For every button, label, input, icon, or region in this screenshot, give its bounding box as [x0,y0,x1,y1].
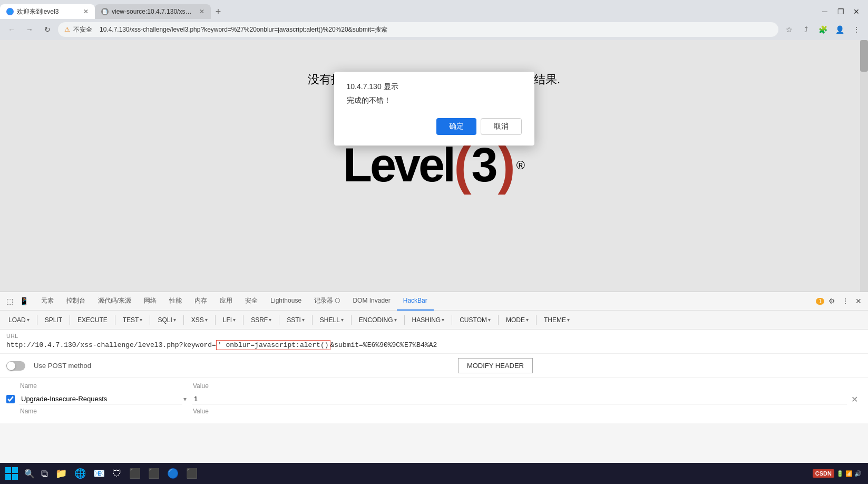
hackbar-url-highlighted: ' onblur=javascript:alert() [216,340,330,350]
tab-favicon-1: 🌐 [6,8,14,15]
hackbar-split-button[interactable]: SPLIT [41,315,66,325]
bookmark-star-icon[interactable]: ☆ [782,22,796,37]
taskbar-sys-icons: 🔋 📶 🔊 [836,470,862,477]
header-name-input-1[interactable] [19,394,182,404]
devtools-tab-console[interactable]: 控制台 [60,292,92,311]
devtools-tab-memory[interactable]: 内存 [188,292,213,311]
new-tab-button[interactable]: + [211,4,226,19]
header-row-2-labels: Name Value [6,408,862,416]
name-col-label: Name [19,382,188,390]
hackbar-ssti-button[interactable]: SSTI ▾ [282,315,309,325]
hackbar-execute-button[interactable]: EXECUTE [73,315,112,325]
refresh-button[interactable]: ↻ [40,22,55,37]
back-button[interactable]: ← [4,22,19,37]
address-input[interactable]: ⚠ 不安全 10.4.7.130/xss-challenge/level3.ph… [58,22,778,37]
header-name-cell: ▾ [19,394,188,404]
forward-button[interactable]: → [22,22,37,37]
devtools-more-icon[interactable]: ⋮ [840,295,851,307]
csdn-badge: CSDN [813,469,834,478]
hackbar-shell-button[interactable]: SHELL ▾ [316,315,348,325]
taskbar-vscode[interactable]: ⬛ [183,464,201,482]
header-value-label-2: Value [192,408,862,416]
separator-14 [536,315,537,325]
device-icon[interactable]: 📱 [17,295,31,307]
taskbar-orange-app[interactable]: ⬛ [126,464,144,482]
tab-title-2: view-source:10.4.7.130/xss-ch... [112,8,194,15]
devtools-close-icon[interactable]: ✕ [853,295,864,307]
profile-icon[interactable]: 👤 [832,22,847,37]
extensions-icon[interactable]: 🧩 [815,22,830,37]
devtools-right-controls: 1 ⚙ ⋮ ✕ [816,295,864,307]
taskbar-purple-app[interactable]: ⬛ [145,464,163,482]
modify-header-button[interactable]: MODIFY HEADER [458,358,533,373]
address-url: 10.4.7.130/xss-challenge/level3.php?keyw… [100,25,387,34]
devtools-tab-hackbar[interactable]: HackBar [397,292,434,311]
share-icon[interactable]: ⤴ [798,22,813,37]
separator-8 [279,315,279,325]
header-name-label: Name [19,382,188,391]
value-col-label: Value [192,382,862,390]
alert-confirm-button[interactable]: 确定 [436,118,476,135]
restore-button[interactable]: ❐ [833,4,848,19]
devtools-tab-sources[interactable]: 源代码/来源 [92,292,138,311]
menu-icon[interactable]: ⋮ [849,22,864,37]
header-delete-button-1[interactable]: ✕ [851,394,858,404]
devtools-tab-application[interactable]: 应用 [213,292,239,311]
header-row-1: ▾ ✕ [6,394,862,404]
tab-active[interactable]: 🌐 欢迎来到level3 ✕ [0,4,95,19]
devtools-tab-elements[interactable]: 元素 [35,292,60,311]
devtools-tab-dominvader[interactable]: DOM Invader [346,292,396,311]
devtools-tab-network[interactable]: 网络 [138,292,163,311]
devtools-tab-recorder[interactable]: 记录器 ⬡ [308,292,346,311]
header-table-area: Name Value ▾ ✕ Name [0,378,868,423]
toolbar-icons: ☆ ⤴ 🧩 👤 ⋮ [782,22,864,37]
devtools-tab-security[interactable]: 安全 [239,292,264,311]
hackbar-load-button[interactable]: LOAD ▾ [4,315,34,325]
header-value-label: Value [192,382,862,391]
hackbar-xss-button[interactable]: XSS ▾ [187,315,212,325]
hackbar-hashing-button[interactable]: HASHING ▾ [408,315,449,325]
taskbar-search-button[interactable]: 🔍 [22,466,37,481]
hackbar-url-after: &submit=%E6%90%9C%E7%B4%A2 [330,341,437,349]
header-value-cell [192,394,847,404]
devtools-tab-lighthouse[interactable]: Lighthouse [264,292,308,311]
minimize-button[interactable]: ─ [817,4,832,19]
taskbar-start-button[interactable] [2,464,21,483]
tab-close-1[interactable]: ✕ [83,8,89,15]
taskbar-mail[interactable]: 📧 [90,464,108,482]
hackbar-sqli-button[interactable]: SQLI ▾ [153,315,180,325]
hackbar-lfi-button[interactable]: LFI ▾ [219,315,240,325]
taskbar-task-view[interactable]: ⧉ [38,464,51,482]
tab-inactive[interactable]: 📄 view-source:10.4.7.130/xss-ch... ✕ [95,4,211,19]
hackbar-url-line[interactable]: http://10.4.7.130/xss-challenge/level3.p… [6,340,862,350]
post-toggle[interactable] [6,361,25,371]
devtools-tab-performance[interactable]: 性能 [163,292,188,311]
alert-cancel-button[interactable]: 取消 [481,118,522,135]
hackbar-mode-button[interactable]: MODE ▾ [502,315,533,325]
hackbar-test-button[interactable]: TEST ▾ [119,315,147,325]
taskbar-shield[interactable]: 🛡 [109,464,125,482]
devtools-tab-bar: ⬚ 📱 元素 控制台 源代码/来源 网络 性能 内存 应用 安全 Lightho… [0,292,868,311]
tab-close-2[interactable]: ✕ [199,8,204,15]
alert-message: 完成的不错！ [347,96,522,105]
taskbar-file-explorer[interactable]: 📁 [52,464,70,482]
devtools-icons: ⬚ 📱 [4,295,31,307]
hackbar-encoding-button[interactable]: ENCODING ▾ [355,315,401,325]
devtools-settings-icon[interactable]: ⚙ [826,295,837,307]
tab-title-1: 欢迎来到level3 [17,7,78,16]
separator-11 [404,315,405,325]
taskbar-edge[interactable]: 🌐 [71,464,89,482]
hackbar-custom-button[interactable]: CUSTOM ▾ [455,315,495,325]
hackbar-ssrf-button[interactable]: SSRF ▾ [247,315,276,325]
header-value-input-1[interactable] [192,394,847,404]
header-checkbox-1[interactable] [6,395,15,403]
taskbar-blue-app[interactable]: 🔵 [164,464,182,482]
devtools-badge: 1 [816,298,824,305]
header-dropdown-arrow[interactable]: ▾ [183,395,187,403]
toggle-knob [7,362,15,370]
close-button[interactable]: ✕ [849,4,864,19]
alert-overlay: 10.4.7.130 显示 完成的不错！ 确定 取消 [0,40,868,292]
separator-5 [183,315,184,325]
inspect-icon[interactable]: ⬚ [4,295,15,307]
hackbar-theme-button[interactable]: THEME ▾ [540,315,574,325]
